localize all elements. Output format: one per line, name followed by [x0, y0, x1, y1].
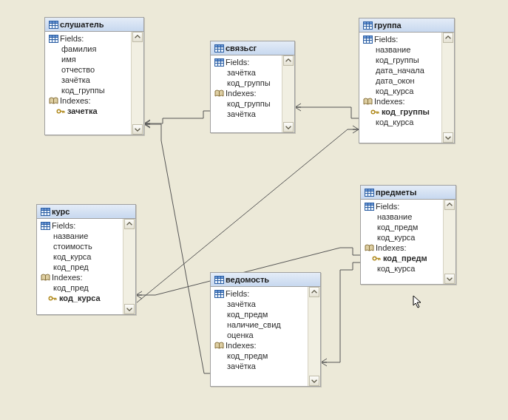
relationship-line[interactable]: [144, 111, 210, 123]
svg-line-9: [295, 104, 301, 107]
entity-svyazsg[interactable]: связьсгFields:зачёткакод_группыIndexes:к…: [210, 41, 295, 133]
scroll-up-button[interactable]: [132, 32, 143, 42]
entity-title-label: слушатель: [60, 20, 104, 29]
entity-title[interactable]: связьсг: [211, 41, 294, 55]
svg-point-50: [57, 109, 61, 113]
entity-title[interactable]: курс: [37, 205, 135, 219]
vertical-scrollbar[interactable]: [441, 33, 454, 143]
field-row[interactable]: название: [359, 44, 454, 55]
field-label: зачётка: [61, 75, 90, 85]
entity-title[interactable]: ведомость: [211, 273, 320, 287]
field-row[interactable]: наличие_свид: [211, 319, 320, 330]
crows-foot-icon: [295, 104, 301, 111]
field-row[interactable]: код_предм: [211, 309, 320, 319]
relationship-line[interactable]: [144, 124, 210, 373]
field-row[interactable]: код_предм: [211, 350, 320, 361]
entity-slushatel[interactable]: слушательFields:фамилияимяотчествозачётк…: [44, 17, 144, 135]
book-icon: [48, 96, 58, 105]
field-label: код_курса: [376, 117, 413, 127]
field-row[interactable]: зачётка: [211, 299, 320, 309]
field-label: фамилия: [61, 44, 96, 54]
fields-header[interactable]: Fields:: [361, 201, 455, 211]
vertical-scrollbar[interactable]: [282, 55, 294, 132]
field-row[interactable]: стоимость: [37, 241, 135, 251]
scroll-down-button[interactable]: [124, 304, 135, 314]
scroll-down-button[interactable]: [444, 274, 455, 284]
vertical-scrollbar[interactable]: [131, 32, 143, 135]
field-row[interactable]: код_курса: [359, 86, 454, 96]
field-label: код_курса: [377, 263, 415, 274]
field-row[interactable]: дата_начала: [359, 65, 454, 75]
field-row[interactable]: оценка: [211, 330, 320, 340]
crows-foot-icon: [144, 120, 150, 127]
indexes-header[interactable]: Indexes:: [361, 243, 455, 253]
grid-icon: [40, 207, 50, 216]
fields-header[interactable]: Fields:: [37, 220, 135, 231]
book-icon: [214, 341, 224, 350]
field-row[interactable]: код_курса: [37, 251, 135, 262]
indexes-header[interactable]: Indexes:: [37, 272, 135, 282]
fields-header[interactable]: Fields:: [359, 34, 454, 44]
index-key-row[interactable]: код_предм: [361, 253, 455, 263]
index-key-row[interactable]: код_группы: [359, 106, 454, 117]
field-row[interactable]: код_курса: [359, 117, 454, 127]
field-row[interactable]: дата_окон: [359, 75, 454, 86]
vertical-scrollbar[interactable]: [308, 287, 320, 386]
field-row[interactable]: код_предм: [361, 222, 455, 232]
fields-header[interactable]: Fields:: [45, 33, 143, 44]
field-row[interactable]: код_группы: [359, 55, 454, 65]
entity-title[interactable]: слушатель: [45, 18, 143, 32]
fields-header[interactable]: Fields:: [211, 288, 320, 299]
scroll-up-button[interactable]: [444, 200, 455, 210]
scroll-down-button[interactable]: [283, 122, 294, 132]
field-label: наличие_свид: [227, 319, 281, 330]
field-row[interactable]: отчество: [45, 64, 143, 75]
scroll-up-button[interactable]: [283, 55, 294, 66]
grid-icon: [40, 221, 50, 230]
scroll-up-button[interactable]: [124, 219, 135, 229]
grid-icon: [48, 34, 58, 43]
fields-label: Fields:: [226, 57, 249, 67]
indexes-label: Indexes:: [226, 340, 257, 350]
scroll-down-button[interactable]: [132, 124, 143, 135]
indexes-header[interactable]: Indexes:: [211, 340, 320, 350]
relationship-line[interactable]: [295, 107, 359, 118]
field-row[interactable]: фамилия: [45, 44, 143, 54]
indexes-header[interactable]: Indexes:: [45, 95, 143, 106]
field-row[interactable]: код_курса: [361, 232, 455, 243]
scroll-down-button[interactable]: [309, 376, 319, 386]
entity-gruppa[interactable]: группаFields:названиекод_группыдата_нача…: [359, 18, 455, 143]
indexes-header[interactable]: Indexes:: [359, 96, 454, 106]
svg-line-11: [295, 107, 301, 111]
field-row[interactable]: код_пред: [37, 282, 135, 293]
scroll-down-button[interactable]: [443, 132, 453, 143]
scroll-up-button[interactable]: [309, 287, 319, 297]
svg-line-27: [136, 291, 142, 295]
entity-title[interactable]: группа: [359, 18, 454, 33]
field-label: код_предм: [227, 309, 268, 319]
entity-vedomost[interactable]: ведомостьFields:зачёткакод_предмналичие_…: [210, 272, 321, 387]
entity-predmety[interactable]: предметыFields:названиекод_предмкод_курс…: [360, 185, 456, 285]
field-row[interactable]: код_группы: [45, 85, 143, 95]
scroll-up-button[interactable]: [443, 33, 453, 43]
entity-title[interactable]: предметы: [361, 186, 455, 200]
book-icon: [362, 97, 373, 106]
entity-kurs[interactable]: курсFields:названиестоимостькод_курсакод…: [36, 204, 136, 315]
field-label: код_курса: [59, 293, 101, 303]
entity-body: Fields:фамилияимяотчествозачёткакод_груп…: [45, 32, 143, 135]
vertical-scrollbar[interactable]: [123, 219, 135, 314]
field-row[interactable]: название: [37, 231, 135, 241]
field-row[interactable]: код_курса: [361, 263, 455, 274]
field-label: название: [376, 44, 410, 55]
index-key-row[interactable]: код_курса: [37, 293, 135, 303]
field-label: оценка: [227, 330, 254, 340]
field-row[interactable]: зачётка: [211, 361, 320, 371]
relationship-line[interactable]: [321, 262, 360, 362]
index-key-row[interactable]: зачетка: [45, 106, 143, 116]
field-row[interactable]: зачётка: [45, 75, 143, 85]
field-row[interactable]: код_пред: [37, 262, 135, 272]
field-row[interactable]: название: [361, 211, 455, 222]
indexes-label: Indexes:: [376, 243, 407, 253]
field-row[interactable]: имя: [45, 54, 143, 64]
vertical-scrollbar[interactable]: [443, 200, 455, 284]
